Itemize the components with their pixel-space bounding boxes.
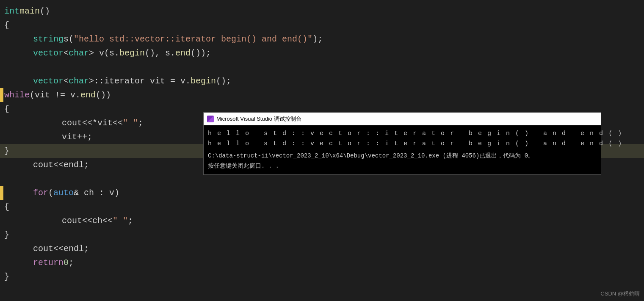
code-token: ;: [84, 242, 89, 256]
code-token: <: [64, 46, 69, 60]
code-token: (vit != v.: [30, 88, 80, 102]
breakpoint-indicator: [0, 88, 3, 102]
vs-icon: [207, 116, 214, 122]
code-token: }: [4, 144, 9, 158]
code-line: string s("hello std::vector::iterator be…: [0, 32, 644, 46]
code-token: auto: [53, 186, 74, 200]
code-token: <<: [82, 214, 92, 228]
code-token: char: [69, 74, 89, 88]
code-line: }: [0, 270, 644, 284]
code-token: char: [69, 46, 89, 60]
code-token: vit++;: [62, 130, 92, 144]
code-token: s(: [64, 32, 74, 46]
path-line: C:\data-struct-ii\vector_2023_2_10\x64\D…: [208, 151, 597, 161]
code-token: ch: [92, 214, 102, 228]
code-token: {: [4, 200, 9, 214]
code-token: vector: [33, 46, 64, 60]
code-token: ();: [216, 74, 231, 88]
code-token: <: [64, 74, 69, 88]
code-line: {: [0, 200, 644, 214]
code-token: <<: [53, 158, 64, 172]
code-token: ;: [84, 158, 89, 172]
code-token: return: [33, 256, 64, 270]
code-line: {: [0, 18, 644, 32]
code-token: begin: [191, 74, 216, 88]
code-token: ;: [69, 256, 74, 270]
code-token: (), s.: [145, 46, 175, 60]
console-title: Microsoft Visual Studio 调试控制台: [216, 115, 301, 123]
code-token: > v(s.: [89, 46, 119, 60]
code-line: while (vit != v.end()): [0, 88, 644, 102]
code-token: vector: [33, 74, 64, 88]
code-token: ());: [191, 46, 211, 60]
breakpoint-indicator: [0, 186, 3, 200]
code-line: vector<char>::iterator vit = v.begin();: [0, 74, 644, 88]
code-token: for: [33, 186, 48, 200]
code-token: " ": [123, 116, 138, 130]
code-token: <<: [82, 116, 92, 130]
code-token: }: [4, 270, 9, 284]
code-token: ()): [96, 88, 111, 102]
code-line: cout << ch << " ";: [0, 214, 644, 228]
code-token: <<: [53, 242, 64, 256]
output-line-2: h e l l o s t d : : v e c t o r : : i t …: [208, 139, 597, 149]
code-token: int: [4, 4, 19, 18]
code-line: }: [0, 228, 644, 242]
code-token: end: [80, 88, 96, 102]
prompt-line: 按任意键关闭此窗口. . .: [208, 161, 597, 171]
watermark: CSDN @稀鹤晴: [600, 290, 640, 298]
console-titlebar: Microsoft Visual Studio 调试控制台: [204, 113, 601, 125]
code-token: end: [175, 46, 191, 60]
code-token: (: [48, 186, 53, 200]
code-line: vector<char> v(s.begin(), s.end());: [0, 46, 644, 60]
code-line: int main(): [0, 4, 644, 18]
code-token: cout: [62, 116, 82, 130]
code-token: {: [4, 18, 9, 32]
code-token: while: [4, 88, 30, 102]
output-line-1: h e l l o s t d : : v e c t o r : : i t …: [208, 129, 597, 139]
code-token: cout: [33, 158, 53, 172]
code-token: endl: [64, 242, 84, 256]
console-window[interactable]: Microsoft Visual Studio 调试控制台 h e l l o …: [203, 112, 601, 175]
code-token: >::iterator vit = v.: [89, 74, 191, 88]
code-token: cout: [33, 242, 53, 256]
code-token: cout: [62, 214, 82, 228]
code-token: ;: [138, 116, 143, 130]
code-token: " ": [113, 214, 128, 228]
code-token: <<: [113, 116, 123, 130]
code-token: 0: [64, 256, 69, 270]
code-token: <<: [102, 214, 113, 228]
code-token: begin: [119, 46, 145, 60]
code-token: main: [19, 4, 40, 18]
console-body: h e l l o s t d : : v e c t o r : : i t …: [204, 125, 601, 174]
code-line: cout << endl;: [0, 242, 644, 256]
code-token: );: [312, 32, 323, 46]
code-line: [0, 60, 644, 74]
code-token: string: [33, 32, 64, 46]
code-token: "hello std::vector::iterator begin() and…: [74, 32, 312, 46]
code-token: endl: [64, 158, 84, 172]
code-token: (): [40, 4, 50, 18]
code-line: return 0;: [0, 256, 644, 270]
code-token: {: [4, 102, 9, 116]
code-token: ;: [128, 214, 133, 228]
code-token: & ch : v): [74, 186, 119, 200]
code-token: }: [4, 228, 9, 242]
code-token: *vit: [92, 116, 113, 130]
code-line: for (auto& ch : v): [0, 186, 644, 200]
